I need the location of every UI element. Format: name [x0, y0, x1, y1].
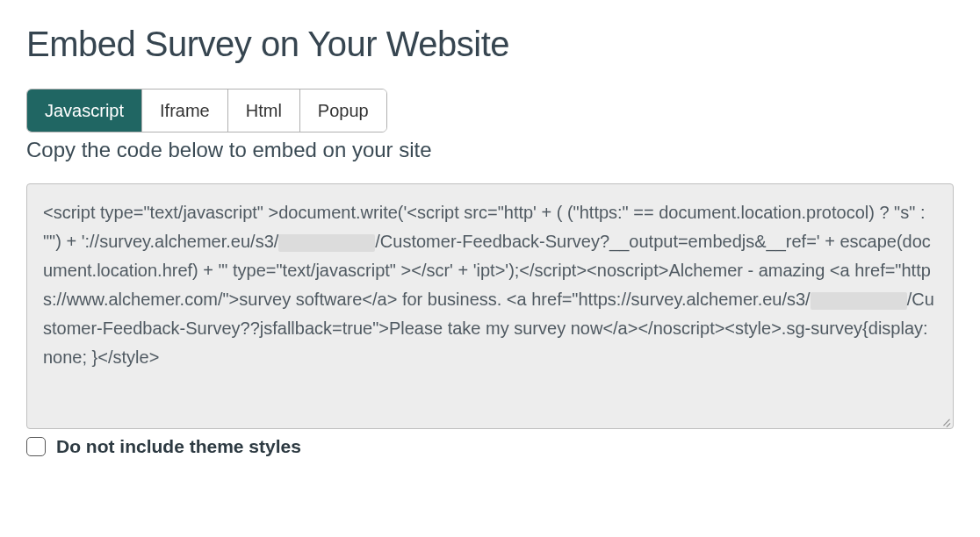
theme-styles-option: Do not include theme styles	[26, 436, 954, 457]
embed-tabs: Javascript Iframe Html Popup	[26, 89, 387, 132]
instruction-text: Copy the code below to embed on your sit…	[26, 138, 954, 162]
tab-javascript[interactable]: Javascript	[27, 90, 142, 132]
page-title: Embed Survey on Your Website	[26, 25, 954, 64]
theme-styles-checkbox[interactable]	[26, 437, 46, 456]
theme-styles-label: Do not include theme styles	[56, 436, 301, 457]
tab-popup[interactable]: Popup	[300, 90, 386, 132]
embed-code-box[interactable]: <script type="text/javascript" >document…	[26, 183, 954, 429]
tab-iframe[interactable]: Iframe	[142, 90, 228, 132]
redacted-id	[811, 292, 907, 310]
resize-handle-icon	[939, 414, 951, 426]
tab-html[interactable]: Html	[228, 90, 300, 132]
redacted-id	[278, 234, 375, 252]
